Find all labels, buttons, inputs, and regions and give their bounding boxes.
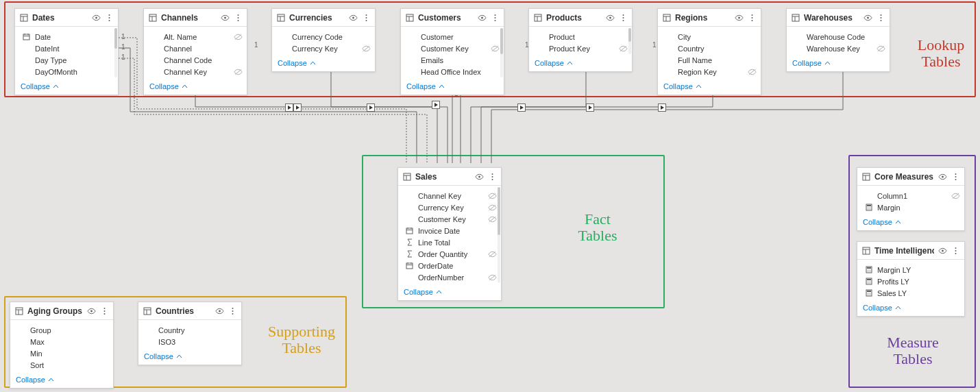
more-icon[interactable] bbox=[877, 13, 885, 22]
field-row[interactable]: Head Office Index bbox=[401, 66, 504, 77]
collapse-link[interactable]: Collapse bbox=[529, 56, 632, 71]
visibility-icon[interactable] bbox=[478, 13, 487, 22]
table-products[interactable]: Products Product Product Key Collapse bbox=[528, 8, 633, 72]
collapse-link[interactable]: Collapse bbox=[10, 372, 113, 388]
field-row[interactable]: DateInt bbox=[15, 42, 118, 54]
visibility-icon[interactable] bbox=[92, 13, 101, 22]
scrollbar-thumb[interactable] bbox=[500, 28, 503, 54]
field-row[interactable]: Day Type bbox=[15, 54, 118, 66]
field-row[interactable]: Sort bbox=[10, 359, 113, 371]
field-row[interactable]: Warehouse Key bbox=[787, 42, 890, 54]
field-row[interactable]: Country bbox=[658, 42, 761, 54]
collapse-link[interactable]: Collapse bbox=[272, 56, 375, 71]
field-row[interactable]: Currency Key bbox=[272, 42, 375, 54]
hidden-icon[interactable] bbox=[488, 215, 497, 223]
scrollbar-thumb[interactable] bbox=[628, 28, 631, 42]
table-customers[interactable]: Customers Customer Customer Key Emails H… bbox=[400, 8, 504, 95]
collapse-link[interactable]: Collapse bbox=[138, 349, 241, 365]
field-row[interactable]: Channel bbox=[144, 42, 247, 54]
field-row[interactable]: OrderNumber bbox=[398, 271, 501, 283]
visibility-icon[interactable] bbox=[938, 246, 947, 255]
table-regions[interactable]: Regions City Country Full Name Region Ke… bbox=[657, 8, 761, 95]
table-time-intelligence[interactable]: Time Intelligence Margin LY Profits LY S… bbox=[857, 241, 965, 317]
collapse-link[interactable]: Collapse bbox=[15, 79, 118, 95]
field-row[interactable]: ISO3 bbox=[138, 336, 241, 347]
field-row[interactable]: DayOfMonth bbox=[15, 66, 118, 77]
collapse-link[interactable]: Collapse bbox=[857, 215, 964, 230]
visibility-icon[interactable] bbox=[221, 13, 230, 22]
field-row[interactable]: Column1 bbox=[857, 190, 964, 201]
scrollbar-thumb[interactable] bbox=[114, 28, 117, 49]
visibility-icon[interactable] bbox=[938, 172, 947, 181]
field-row[interactable]: Date bbox=[15, 31, 118, 42]
field-row[interactable]: Country bbox=[138, 324, 241, 336]
visibility-icon[interactable] bbox=[863, 13, 872, 22]
more-icon[interactable] bbox=[491, 13, 500, 22]
visibility-icon[interactable] bbox=[87, 306, 96, 315]
field-row[interactable]: Customer Key bbox=[401, 42, 504, 54]
scrollbar-thumb[interactable] bbox=[498, 187, 500, 235]
field-row[interactable]: Product Key bbox=[529, 42, 632, 54]
hidden-icon[interactable] bbox=[619, 44, 628, 53]
field-row[interactable]: Currency Key bbox=[398, 201, 501, 213]
field-row[interactable]: Sales LY bbox=[857, 287, 964, 299]
more-icon[interactable] bbox=[100, 306, 109, 315]
more-icon[interactable] bbox=[748, 13, 757, 22]
field-row[interactable]: Warehouse Code bbox=[787, 31, 890, 42]
field-row[interactable]: Profits LY bbox=[857, 275, 964, 287]
hidden-icon[interactable] bbox=[234, 32, 243, 41]
visibility-icon[interactable] bbox=[215, 306, 224, 315]
field-row[interactable]: Channel Code bbox=[144, 54, 247, 66]
hidden-icon[interactable] bbox=[877, 44, 885, 53]
field-row[interactable]: Customer Key bbox=[398, 213, 501, 225]
field-row[interactable]: City bbox=[658, 31, 761, 42]
more-icon[interactable] bbox=[105, 13, 114, 22]
table-core-measures[interactable]: Core Measures Column1 Margin Collapse bbox=[857, 167, 965, 231]
more-icon[interactable] bbox=[488, 172, 497, 181]
field-row[interactable]: Channel Key bbox=[144, 66, 247, 77]
more-icon[interactable] bbox=[951, 246, 960, 255]
hidden-icon[interactable] bbox=[234, 67, 243, 76]
field-row[interactable]: Margin LY bbox=[857, 264, 964, 275]
field-row[interactable]: Max bbox=[10, 336, 113, 347]
collapse-link[interactable]: Collapse bbox=[144, 79, 247, 95]
field-row[interactable]: Emails bbox=[401, 54, 504, 66]
hidden-icon[interactable] bbox=[491, 44, 500, 53]
hidden-icon[interactable] bbox=[362, 44, 371, 53]
field-row[interactable]: Min bbox=[10, 347, 113, 359]
collapse-link[interactable]: Collapse bbox=[658, 79, 761, 95]
table-warehouses[interactable]: Warehouses Warehouse Code Warehouse Key … bbox=[786, 8, 890, 72]
hidden-icon[interactable] bbox=[488, 273, 497, 282]
field-row[interactable]: Alt. Name bbox=[144, 31, 247, 42]
collapse-link[interactable]: Collapse bbox=[787, 56, 890, 71]
more-icon[interactable] bbox=[228, 306, 237, 315]
field-row[interactable]: Currency Code bbox=[272, 31, 375, 42]
hidden-icon[interactable] bbox=[488, 249, 497, 258]
field-row[interactable]: Order Quantity bbox=[398, 248, 501, 260]
table-channels[interactable]: Channels Alt. Name Channel Channel Code … bbox=[143, 8, 247, 95]
more-icon[interactable] bbox=[234, 13, 243, 22]
visibility-icon[interactable] bbox=[606, 13, 615, 22]
collapse-link[interactable]: Collapse bbox=[398, 284, 501, 300]
visibility-icon[interactable] bbox=[349, 13, 358, 22]
hidden-icon[interactable] bbox=[488, 203, 497, 212]
table-aging-groups[interactable]: Aging Groups Group Max Min Sort Collapse bbox=[10, 302, 114, 389]
field-row[interactable]: Invoice Date bbox=[398, 225, 501, 236]
collapse-link[interactable]: Collapse bbox=[401, 79, 504, 95]
hidden-icon[interactable] bbox=[951, 191, 960, 200]
field-row[interactable]: Group bbox=[10, 324, 113, 336]
visibility-icon[interactable] bbox=[475, 172, 484, 181]
table-dates[interactable]: Dates Date DateInt Day Type DayOfMonth C… bbox=[14, 8, 119, 95]
field-row[interactable]: Region Key bbox=[658, 66, 761, 77]
field-row[interactable]: Customer bbox=[401, 31, 504, 42]
table-countries[interactable]: Countries Country ISO3 Collapse bbox=[138, 302, 242, 365]
hidden-icon[interactable] bbox=[748, 67, 757, 76]
field-row[interactable]: Line Total bbox=[398, 236, 501, 248]
visibility-icon[interactable] bbox=[735, 13, 744, 22]
more-icon[interactable] bbox=[619, 13, 628, 22]
more-icon[interactable] bbox=[951, 172, 960, 181]
hidden-icon[interactable] bbox=[488, 191, 497, 200]
field-row[interactable]: Full Name bbox=[658, 54, 761, 66]
field-row[interactable]: OrderDate bbox=[398, 260, 501, 271]
more-icon[interactable] bbox=[362, 13, 371, 22]
